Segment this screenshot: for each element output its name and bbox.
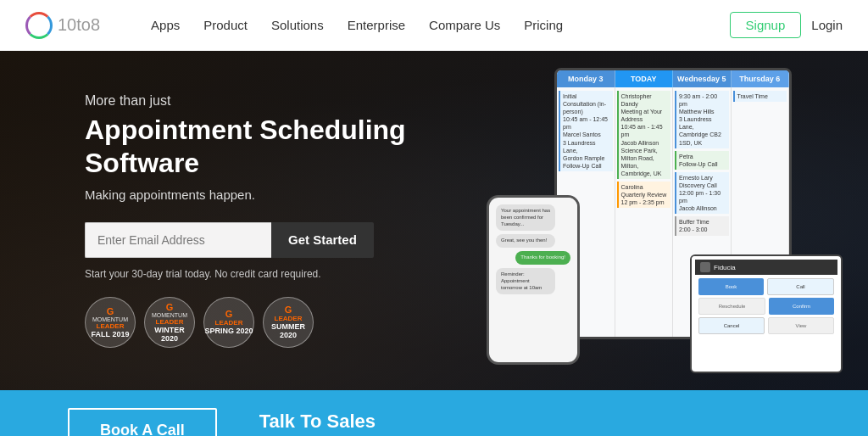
badge-type-1: Momentum <box>92 316 128 322</box>
tablet2-title: Fiducia <box>714 264 736 271</box>
cal-event-2: Christopher DandyMeeting at Your Address… <box>617 91 671 179</box>
tablet2-icon <box>700 262 710 272</box>
cal-event-1: Initial Consultation (in-person)10:45 am… <box>559 91 613 171</box>
tablet2-block-5: Cancel <box>698 317 765 334</box>
tablet2-block-2: Call <box>767 278 834 295</box>
tablet2-block-4: Confirm <box>769 298 834 315</box>
hero-devices: Monday 3 TODAY Wednesday 5 Thursday 6 In… <box>487 59 843 382</box>
badge-year-2: WINTER 2020 <box>145 326 194 343</box>
tablet2-row-1: Book Call <box>698 278 834 295</box>
nav-pricing[interactable]: Pricing <box>524 18 563 32</box>
get-started-button[interactable]: Get Started <box>271 222 374 258</box>
hero-subtitle: More than just <box>85 93 424 109</box>
badge-title-1: Leader <box>97 322 125 330</box>
cal-event-6: Ernesto LaryDiscovery Call12:00 pm - 1:3… <box>675 172 729 214</box>
hero-title: Appointment Scheduling Software <box>85 114 424 179</box>
tablet2-row-2: Reschedule Confirm <box>698 298 834 315</box>
badge-g-4: G <box>285 305 292 315</box>
badge-title-3: Leader <box>215 319 243 327</box>
tablet2-header: Fiducia <box>695 260 837 275</box>
nav-product[interactable]: Product <box>203 18 248 32</box>
badge-fall-2019: G Momentum Leader FALL 2019 <box>85 297 136 348</box>
email-input[interactable] <box>85 222 271 258</box>
main-nav: Apps Product Solutions Enterprise Compar… <box>151 18 730 32</box>
login-button[interactable]: Login <box>811 18 843 32</box>
badge-year-1: FALL 2019 <box>92 330 130 338</box>
device-phone: Your appointment has been confirmed for … <box>487 195 580 365</box>
chat-bubble-1: Your appointment has been confirmed for … <box>496 204 555 231</box>
badge-title-2: Leader <box>156 318 184 326</box>
cal-col-2: Christopher DandyMeeting at Your Address… <box>615 87 674 337</box>
logo-text: 10to8 <box>58 15 100 35</box>
cal-event-5: PetraFollow-Up Call <box>675 151 729 170</box>
cal-event-3: CarolinaQuarterly Review12 pm - 2:35 pm <box>617 182 671 208</box>
nav-solutions[interactable]: Solutions <box>271 18 324 32</box>
badge-summer-2020: G Leader SUMMER 2020 <box>263 297 314 348</box>
logo-suffix: to8 <box>76 15 100 34</box>
cal-monday: Monday 3 <box>557 70 615 87</box>
chat-bubble-2: Great, see you then! <box>496 234 555 248</box>
tablet2-inner: Fiducia Book Call Reschedule Confirm Can… <box>692 256 841 372</box>
header: 10to8 Apps Product Solutions Enterprise … <box>0 0 868 51</box>
cal-event-7: Travel Time <box>733 91 787 102</box>
device-tablet2: Fiducia Book Call Reschedule Confirm Can… <box>690 254 843 373</box>
tablet2-row-3: Cancel View <box>698 317 834 334</box>
cal-wednesday: Wednesday 5 <box>673 70 732 87</box>
tablet2-block-6: View <box>768 317 834 334</box>
badge-winter-2020: G Momentum Leader WINTER 2020 <box>144 297 195 348</box>
badge-year-4: SUMMER 2020 <box>264 322 313 339</box>
logo-icon <box>25 12 53 39</box>
badge-g-2: G <box>166 302 174 312</box>
nav-enterprise[interactable]: Enterprise <box>348 18 405 32</box>
logo-number: 10 <box>58 15 76 34</box>
badge-title-4: Leader <box>275 315 303 322</box>
cta-title: Talk To Sales <box>259 411 661 433</box>
badge-g-1: G <box>107 306 114 316</box>
hero-content: More than just Appointment Scheduling So… <box>0 93 424 348</box>
logo[interactable]: 10to8 <box>25 12 100 39</box>
cta-text-block: Talk To Sales Book a call with our Sales… <box>259 411 661 436</box>
tablet2-block-1: Book <box>698 278 764 295</box>
badge-year-3: SPRING 2020 <box>204 327 253 335</box>
badge-type-2: Momentum <box>152 312 187 318</box>
book-call-button[interactable]: Book A Call <box>68 408 217 437</box>
cta-bar: Book A Call Talk To Sales Book a call wi… <box>0 390 868 436</box>
badge-spring-2020: G Leader SPRING 2020 <box>203 297 254 348</box>
cal-event-buffer: Buffer Time2:00 - 3:00 <box>675 216 729 235</box>
phone-chat: Your appointment has been confirmed for … <box>492 201 574 298</box>
badge-g-3: G <box>225 309 233 319</box>
chat-bubble-3: Reminder: Appointment tomorrow at 10am <box>496 268 555 294</box>
tablet2-block-3: Reschedule <box>698 298 765 315</box>
badges-container: G Momentum Leader FALL 2019 G Momentum L… <box>85 297 424 348</box>
hero-section: More than just Appointment Scheduling So… <box>0 51 868 390</box>
chat-bubble-sent: Thanks for booking! <box>515 251 570 265</box>
nav-apps[interactable]: Apps <box>151 18 180 32</box>
cal-today: TODAY <box>615 70 674 87</box>
calendar-header: Monday 3 TODAY Wednesday 5 Thursday 6 <box>557 70 789 87</box>
signup-button[interactable]: Signup <box>730 12 802 38</box>
cal-event-4: 9:30 am - 2:00 pmMatthew Hills3 Laundres… <box>675 91 729 148</box>
trial-text: Start your 30-day trial today. No credit… <box>85 268 424 280</box>
nav-compare-us[interactable]: Compare Us <box>429 18 500 32</box>
phone-inner: Your appointment has been confirmed for … <box>489 198 577 362</box>
cal-thursday: Thursday 6 <box>732 70 790 87</box>
hero-tagline: Making appointments happen. <box>85 187 424 202</box>
tablet2-body: Book Call Reschedule Confirm Cancel View <box>695 275 837 340</box>
email-form: Get Started <box>85 222 424 258</box>
header-actions: Signup Login <box>730 12 843 38</box>
